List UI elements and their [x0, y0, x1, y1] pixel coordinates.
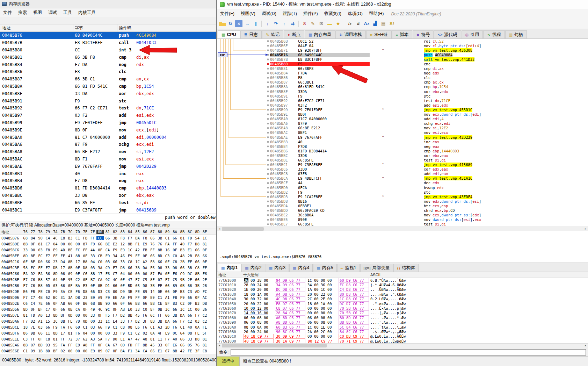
- hex-byte-cell[interactable]: CA: [104, 343, 111, 347]
- attach-icon[interactable]: ✉: [318, 20, 325, 27]
- hex-byte-cell[interactable]: C2: [201, 313, 208, 317]
- bytes-cell[interactable]: F7 D8: [73, 178, 117, 183]
- operand-cell[interactable]: di,ax: [136, 55, 216, 60]
- dump-group-cell[interactable]: 34 D9 C6 77: [275, 282, 305, 287]
- address-cell[interactable]: 00485B80: [0, 48, 73, 52]
- dump-group-cell[interactable]: 00 00 00 00: [307, 311, 337, 315]
- bytes-cell[interactable]: 66 81 FD 541C: [73, 84, 117, 89]
- hex-byte-cell[interactable]: C8: [44, 337, 51, 341]
- disasm-row[interactable]: 00485BB681FD D3084414cmp ebp,144408D3: [217, 149, 588, 153]
- hex-byte-cell[interactable]: 45: [149, 343, 156, 347]
- instruction-cell[interactable]: jmp vm test.vmp.43FDF4: [424, 195, 588, 199]
- address-cell[interactable]: 00485BE5: [270, 217, 297, 222]
- address-cell[interactable]: 00485BB3: [0, 171, 73, 176]
- hex-byte-cell[interactable]: 76: [149, 242, 156, 246]
- hex-byte-cell[interactable]: 66: [149, 254, 156, 258]
- address-cell[interactable]: 00485BD0: [270, 186, 297, 190]
- dump-group-cell[interactable]: 28 00 2A 00: [243, 283, 274, 287]
- hex-byte-cell[interactable]: F9: [52, 325, 59, 329]
- disasm-row[interactable]: 00485BC1E9 C3FAF8FF^jmp vm test.vmp.4156…: [217, 163, 588, 167]
- bytes-cell[interactable]: 8A4F 04: [297, 44, 370, 48]
- hex-byte-cell[interactable]: FB: [81, 236, 89, 240]
- hex-byte-cell[interactable]: 81: [201, 337, 208, 341]
- dump-group-cell[interactable]: 2A 00 2C 00: [307, 330, 337, 334]
- operand-cell[interactable]: edi,00000004: [136, 135, 216, 140]
- tab-dump2[interactable]: ▦内存2: [241, 264, 265, 272]
- hex-byte-cell[interactable]: 12: [119, 242, 126, 246]
- hex-byte-cell[interactable]: F7: [44, 254, 51, 258]
- hex-byte-cell[interactable]: 8B: [52, 331, 59, 335]
- hex-row[interactable]: 00485C8EF7C6B857040F95C20FB7CA9C4C0F47F7…: [0, 277, 216, 282]
- hex-byte-cell[interactable]: 66: [141, 301, 148, 306]
- hex-byte-cell[interactable]: 8B: [149, 301, 156, 306]
- address-cell[interactable]: 00485B8A: [0, 84, 73, 89]
- dump-group-cell[interactable]: 34 00 36 00: [307, 283, 337, 287]
- hex-byte-cell[interactable]: 04: [89, 260, 96, 264]
- dump-group-cell[interactable]: 4C D8 C6 77: [275, 296, 305, 301]
- hex-byte-cell[interactable]: 4B: [37, 295, 44, 300]
- address-cell[interactable]: 00485B87: [0, 77, 73, 81]
- hex-byte-cell[interactable]: 0F: [119, 284, 126, 288]
- disasm-row[interactable]: 00485B8A66:81FD 541Ccmp bp,1C54: [217, 85, 588, 89]
- hex-byte-cell[interactable]: C0: [171, 254, 179, 258]
- dump-address-cell[interactable]: 77C610A0: [217, 325, 243, 329]
- hex-byte-cell[interactable]: D8: [194, 242, 201, 246]
- hex-byte-cell[interactable]: 2B: [186, 254, 194, 258]
- disasm-row[interactable]: 00485BC1E9 C3FAF8FFjmp00415689: [0, 206, 216, 214]
- hex-byte-cell[interactable]: 0F: [164, 343, 171, 347]
- hex-byte-cell[interactable]: 00: [89, 319, 96, 323]
- hex-byte-cell[interactable]: FC: [37, 254, 44, 258]
- hex-byte-cell[interactable]: FD: [126, 343, 133, 347]
- operand-cell[interactable]: 4CC49084: [136, 33, 216, 38]
- hex-byte-cell[interactable]: 23: [52, 260, 59, 264]
- hex-byte-cell[interactable]: 8B: [126, 313, 133, 317]
- hex-row[interactable]: 00485E1EC3FF0FC881FF723762A35AF7D0E1A747…: [0, 336, 216, 342]
- disasm-row[interactable]: 00485BA687 F9xchgecx,edi: [0, 141, 216, 148]
- hex-byte-cell[interactable]: C6: [81, 272, 89, 276]
- disasm-row[interactable]: 00485BBE66:85FEtest si,di: [217, 158, 588, 162]
- hex-byte-cell[interactable]: C1: [156, 295, 164, 300]
- hex-byte-cell[interactable]: C1: [111, 325, 119, 329]
- address-cell[interactable]: 00485B6E: [270, 44, 297, 48]
- hex-byte-cell[interactable]: A3: [156, 325, 164, 329]
- disasm-row[interactable]: 00485B9E8B 0Fmovecx,[edi]: [0, 126, 216, 134]
- instruction-cell[interactable]: jmp vm test.vmp.436308: [424, 48, 588, 52]
- instruction-cell[interactable]: cmc: [424, 62, 588, 66]
- animate-into-icon[interactable]: ⇉: [289, 20, 296, 27]
- mnemonic-cell[interactable]: add: [117, 135, 136, 140]
- disasm-row[interactable]: 00485BDA0FB3E1btr ecx,esp: [217, 203, 588, 208]
- hex-byte-cell[interactable]: 33: [134, 307, 141, 311]
- disasm-row[interactable]: 00485BA687F9xchg ecx,edi: [217, 121, 588, 126]
- hex-byte-cell[interactable]: 40: [171, 337, 179, 341]
- address-cell[interactable]: 00485B99: [0, 120, 73, 125]
- hex-byte-cell[interactable]: 67: [111, 343, 119, 347]
- hex-byte-cell[interactable]: FE: [37, 289, 44, 294]
- mnemonic-cell[interactable]: jmp: [117, 164, 136, 169]
- hex-byte-cell[interactable]: 2D: [164, 325, 171, 329]
- disasm-row[interactable]: 00485BA866 BE E212movsi,12E2: [0, 148, 216, 156]
- address-cell[interactable]: 00485BB3: [270, 140, 297, 144]
- address-cell[interactable]: 00485B7B: [0, 40, 73, 45]
- hex-byte-cell[interactable]: 00: [104, 331, 111, 335]
- hex-byte-cell[interactable]: 8B: [126, 242, 133, 246]
- disasm-row[interactable]: 00485B6E8A4F 04mov cl,byte ptr ds:[edi+4…: [217, 43, 588, 48]
- hex-byte-cell[interactable]: B8: [81, 260, 89, 264]
- hex-byte-cell[interactable]: 66: [164, 284, 171, 288]
- hex-byte-cell[interactable]: 8B: [22, 242, 29, 246]
- hex-byte-cell[interactable]: 8D: [22, 307, 29, 311]
- bytes-cell[interactable]: 4A: [297, 181, 370, 185]
- mnemonic-cell[interactable]: int 3: [117, 48, 136, 52]
- scroll-right-icon[interactable]: ▸: [583, 227, 588, 231]
- dump-row[interactable]: 77C6103018 00 1A 00A4 D8 C6 7720 00 22 0…: [217, 292, 588, 296]
- hex-byte-cell[interactable]: FA: [156, 272, 164, 276]
- hex-address-cell[interactable]: 00485DCE: [0, 325, 22, 329]
- hex-byte-cell[interactable]: 03: [89, 266, 96, 270]
- hex-byte-cell[interactable]: 04: [52, 278, 59, 282]
- hex-byte-cell[interactable]: 58: [22, 266, 29, 270]
- hex-byte-cell[interactable]: 66: [126, 301, 133, 306]
- hex-byte-cell[interactable]: 81: [22, 313, 29, 317]
- menu-item[interactable]: 内核工具: [75, 9, 99, 17]
- hex-byte-cell[interactable]: 83: [171, 301, 179, 306]
- operand-cell[interactable]: esi,ecx: [136, 157, 216, 162]
- hex-byte-cell[interactable]: 66: [179, 343, 186, 347]
